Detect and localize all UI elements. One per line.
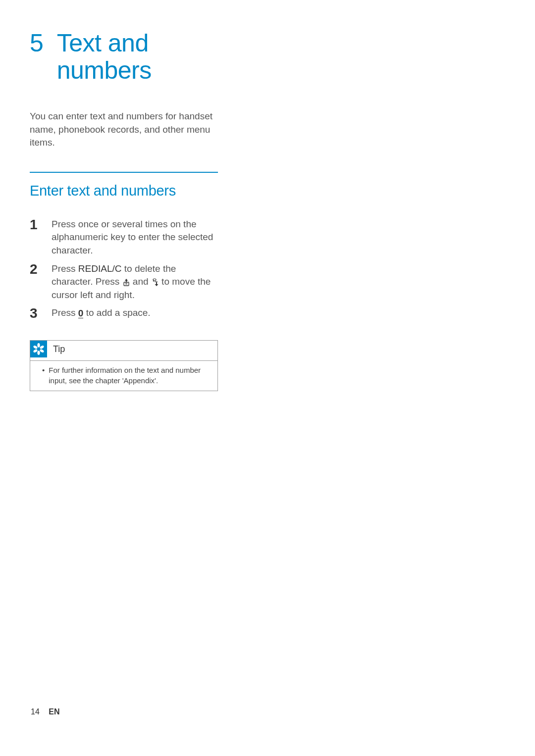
step-1: 1 Press once or several times on the alp…: [30, 218, 218, 257]
tip-header: Tip: [30, 341, 217, 360]
step2-prefix: Press: [52, 263, 78, 274]
tip-box: Tip • For further information on the tex…: [30, 340, 218, 391]
svg-point-8: [37, 351, 40, 355]
svg-point-5: [37, 343, 40, 348]
svg-point-9: [33, 349, 38, 353]
phonebook-up-icon: [122, 278, 130, 286]
step-number: 1: [30, 218, 52, 232]
tip-text: For further information on the text and …: [49, 365, 211, 386]
section-divider: [30, 172, 218, 173]
redial-c-keyword: REDIAL/C: [78, 263, 122, 274]
step-number: 2: [30, 262, 52, 276]
intro-paragraph: You can enter text and numbers for hands…: [30, 110, 218, 150]
chapter-number: 5: [30, 30, 43, 57]
step-3: 3 Press 0 to add a space.: [30, 306, 218, 320]
svg-point-7: [40, 349, 45, 353]
svg-point-11: [38, 348, 40, 351]
zero-key-icon: 0: [78, 307, 84, 320]
redial-down-icon: [151, 278, 159, 286]
step-2: 2 Press REDIAL/C to delete the character…: [30, 262, 218, 302]
step3-suffix: to add a space.: [83, 307, 150, 318]
step-text: Press 0 to add a space.: [52, 306, 218, 320]
bullet-marker: •: [42, 365, 45, 375]
svg-point-10: [33, 345, 38, 350]
tip-label: Tip: [53, 344, 65, 354]
chapter-title-line1: Text and: [57, 29, 149, 57]
page-footer: 14 EN: [31, 707, 59, 716]
tip-body: • For further information on the text an…: [30, 361, 217, 391]
chapter-text: Text and numbers: [57, 30, 152, 84]
tip-bullet: • For further information on the text an…: [42, 365, 211, 386]
asterisk-icon: [30, 341, 47, 357]
chapter-title-line2: numbers: [57, 56, 152, 84]
step-text: Press REDIAL/C to delete the character. …: [52, 262, 218, 302]
step-text: Press once or several times on the alpha…: [52, 218, 218, 257]
svg-point-6: [40, 345, 45, 350]
step3-prefix: Press: [52, 307, 78, 318]
chapter-title: 5 Text and numbers: [30, 30, 218, 84]
page-number: 14: [31, 707, 40, 716]
step2-mid2: and: [130, 276, 151, 287]
step-number: 3: [30, 306, 52, 320]
section-heading: Enter text and numbers: [30, 183, 218, 199]
numbered-list: 1 Press once or several times on the alp…: [30, 218, 218, 321]
page-language: EN: [49, 707, 59, 716]
